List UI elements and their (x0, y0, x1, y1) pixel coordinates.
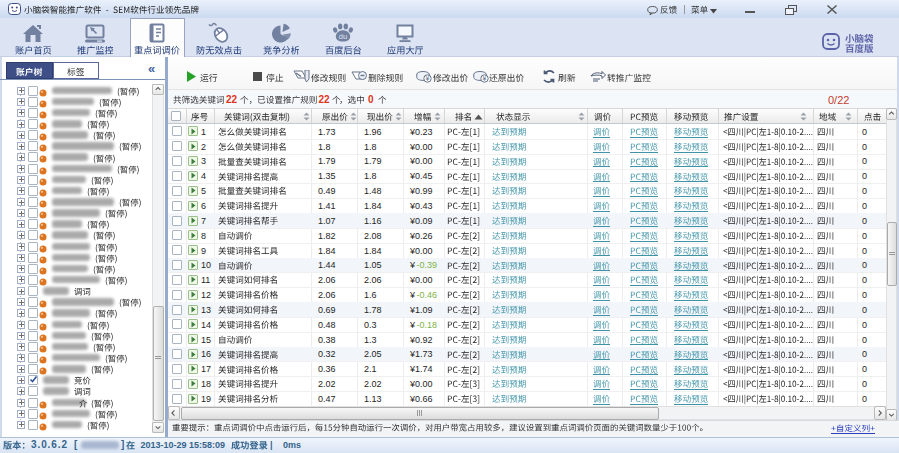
svg-text:¥: ¥ (426, 75, 430, 82)
svg-text:du: du (339, 32, 347, 41)
svg-text:¥: ¥ (483, 75, 487, 82)
